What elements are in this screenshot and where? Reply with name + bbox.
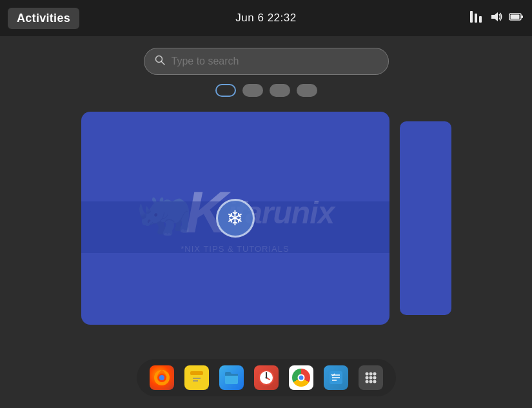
dock-firefox[interactable] bbox=[150, 365, 174, 390]
system-tray bbox=[469, 11, 524, 26]
workspace-dot-1[interactable] bbox=[215, 84, 236, 97]
svg-line-8 bbox=[161, 62, 164, 65]
svg-point-21 bbox=[265, 377, 267, 379]
svg-rect-16 bbox=[225, 374, 238, 384]
dock-files[interactable] bbox=[219, 365, 244, 390]
topbar: Activities Jun 6 22:32 bbox=[0, 0, 532, 36]
svg-point-34 bbox=[373, 380, 376, 383]
svg-marker-3 bbox=[491, 12, 498, 21]
battery-icon[interactable] bbox=[509, 11, 524, 26]
workspace-dots bbox=[0, 84, 532, 97]
workspace-dot-2[interactable] bbox=[242, 84, 263, 97]
dock bbox=[137, 359, 396, 396]
svg-rect-2 bbox=[479, 16, 482, 23]
svg-rect-13 bbox=[190, 371, 203, 375]
volume-icon[interactable] bbox=[489, 11, 502, 26]
search-input[interactable] bbox=[172, 56, 378, 67]
workspace-dot-3[interactable] bbox=[270, 84, 290, 97]
workspaces-area: 🦏 K ifarunix *NIX TIPS & TUTORIALS ❄ bbox=[0, 108, 532, 328]
svg-rect-5 bbox=[521, 15, 523, 18]
dock-chrome[interactable] bbox=[289, 365, 313, 390]
network-icon[interactable] bbox=[469, 11, 483, 26]
secondary-workspace-window[interactable] bbox=[400, 121, 451, 315]
svg-point-31 bbox=[373, 376, 376, 380]
nix-snowflake-icon: ❄ bbox=[226, 206, 244, 230]
svg-rect-1 bbox=[475, 14, 477, 23]
main-workspace-window[interactable]: 🦏 K ifarunix *NIX TIPS & TUTORIALS ❄ bbox=[81, 112, 389, 325]
svg-point-32 bbox=[365, 380, 368, 383]
dock-appgrid[interactable] bbox=[359, 365, 383, 390]
svg-point-26 bbox=[365, 372, 368, 376]
search-icon bbox=[155, 55, 165, 68]
svg-rect-6 bbox=[511, 14, 520, 19]
svg-point-33 bbox=[369, 380, 372, 383]
svg-point-27 bbox=[369, 372, 372, 376]
nix-icon-wrapper: ❄ bbox=[216, 199, 255, 238]
search-bar[interactable] bbox=[144, 48, 389, 75]
svg-point-30 bbox=[369, 376, 372, 380]
dock-notes[interactable] bbox=[184, 365, 209, 390]
clock-display: Jun 6 22:32 bbox=[235, 12, 296, 25]
workspace-dot-4[interactable] bbox=[297, 84, 317, 97]
activities-button[interactable]: Activities bbox=[8, 8, 79, 29]
search-area bbox=[0, 48, 532, 75]
svg-point-11 bbox=[159, 375, 164, 380]
dock-clock[interactable] bbox=[254, 365, 279, 390]
dock-tasks[interactable] bbox=[324, 365, 348, 390]
svg-rect-0 bbox=[470, 11, 473, 23]
svg-point-28 bbox=[373, 372, 376, 376]
svg-point-29 bbox=[365, 376, 368, 380]
